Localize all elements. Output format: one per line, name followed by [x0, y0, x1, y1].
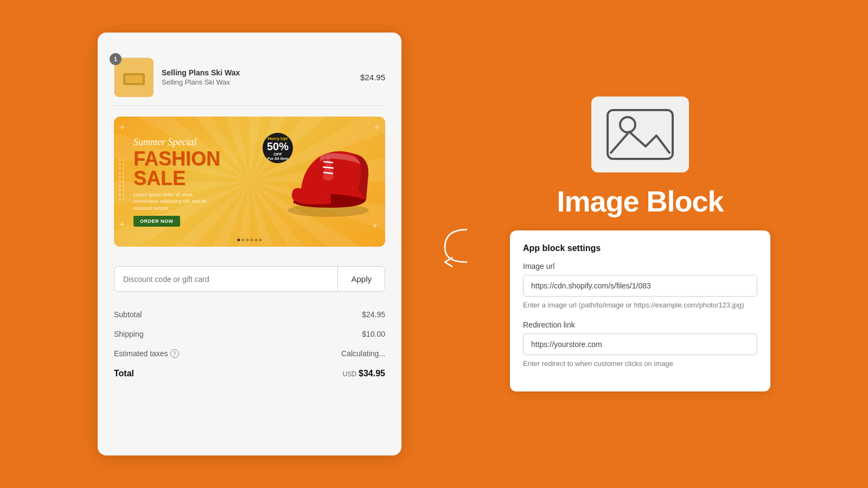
- svg-rect-19: [123, 185, 124, 187]
- product-quantity-badge: 1: [110, 53, 122, 65]
- cart-panel: 1 Selling Plans Ski Wax Selling Plans Sk…: [98, 33, 401, 455]
- subtotal-value: $24.95: [362, 310, 385, 319]
- taxes-value: Calculating...: [341, 349, 385, 358]
- main-container: 1 Selling Plans Ski Wax Selling Plans Sk…: [0, 0, 868, 488]
- redirect-input[interactable]: [523, 333, 757, 355]
- svg-rect-6: [119, 172, 120, 174]
- settings-panel: App block settings Image url Enter a ima…: [510, 230, 770, 391]
- svg-rect-11: [119, 194, 120, 196]
- shipping-value: $10.00: [362, 330, 385, 338]
- taxes-info-icon[interactable]: ?: [170, 349, 179, 358]
- svg-rect-12: [119, 198, 120, 200]
- discount-badge: Hurry Up! 50% OFF For All Item: [263, 133, 293, 163]
- svg-rect-7: [119, 176, 120, 178]
- image-block-icon-wrap: [591, 97, 689, 172]
- product-price: $24.95: [360, 73, 385, 82]
- discount-number: 50%: [267, 141, 289, 152]
- svg-rect-20: [123, 189, 124, 191]
- svg-rect-4: [119, 163, 120, 165]
- banner-summer-text: Summer Special: [133, 137, 282, 148]
- product-thumb-wrap: 1: [114, 57, 153, 97]
- discount-section: Apply: [114, 266, 385, 292]
- banner-plus-tr: +: [374, 122, 380, 133]
- total-label: Total: [114, 369, 134, 378]
- banner-shoe-graphic: [282, 140, 374, 223]
- product-row: 1 Selling Plans Ski Wax Selling Plans Sk…: [114, 49, 385, 106]
- svg-rect-13: [123, 159, 124, 161]
- product-thumbnail: [114, 57, 153, 97]
- settings-panel-title: App block settings: [523, 243, 757, 253]
- image-placeholder-icon: [605, 107, 675, 162]
- product-name: Selling Plans Ski Wax: [162, 68, 352, 77]
- redirect-label: Redirection link: [523, 320, 757, 329]
- svg-rect-5: [119, 168, 120, 170]
- image-block-title: Image Block: [557, 185, 723, 217]
- banner-fashion-text: FASHION: [133, 149, 282, 169]
- banner-dot-6[interactable]: [259, 239, 262, 241]
- svg-rect-2: [125, 75, 143, 83]
- discount-sub-label: For All Item: [267, 157, 288, 160]
- banner-pagination-dots: [238, 239, 262, 241]
- shipping-label: Shipping: [114, 330, 144, 338]
- banner-inner: + + + + Summer Special FASHION SALE Lore…: [114, 117, 385, 247]
- discount-off-label: OFF: [273, 152, 282, 157]
- taxes-row: Estimated taxes ? Calculating...: [114, 344, 385, 363]
- svg-rect-16: [123, 172, 124, 174]
- banner-dot-2[interactable]: [242, 239, 245, 241]
- order-summary: Subtotal $24.95 Shipping $10.00 Estimate…: [114, 300, 385, 384]
- svg-rect-27: [608, 110, 673, 159]
- banner-order-btn[interactable]: ORDER NOW: [133, 216, 180, 227]
- image-url-hint: Enter a image url (path/to/image or http…: [523, 300, 757, 311]
- arrow-connector: [434, 211, 477, 277]
- product-info: Selling Plans Ski Wax Selling Plans Ski …: [162, 68, 352, 86]
- svg-rect-10: [119, 189, 120, 191]
- svg-rect-8: [119, 181, 120, 183]
- banner-sale-text: SALE: [133, 169, 282, 188]
- banner-text-side: Summer Special FASHION SALE Lorem ipsum …: [125, 137, 282, 227]
- redirect-hint: Enter redirect to when customer clicks o…: [523, 358, 757, 369]
- banner-body-text: Lorem ipsum dolor sit amet, consectetur …: [133, 191, 220, 212]
- image-url-input[interactable]: [523, 275, 757, 297]
- subtotal-row: Subtotal $24.95: [114, 305, 385, 324]
- banner-plus-bl: +: [119, 219, 125, 230]
- total-row: Total USD$34.95: [114, 363, 385, 384]
- svg-rect-21: [123, 194, 124, 196]
- shoe-svg: [282, 140, 374, 221]
- arrow-svg: [434, 211, 477, 277]
- svg-rect-18: [123, 181, 124, 183]
- shipping-row: Shipping $10.00: [114, 324, 385, 344]
- product-subtitle: Selling Plans Ski Wax: [162, 78, 352, 86]
- svg-rect-17: [123, 176, 124, 178]
- banner-dot-5[interactable]: [255, 239, 258, 241]
- discount-input[interactable]: [114, 267, 337, 291]
- image-url-label: Image url: [523, 262, 757, 271]
- taxes-label: Estimated taxes ?: [114, 349, 179, 358]
- product-image-svg: [114, 58, 154, 97]
- apply-button[interactable]: Apply: [337, 267, 385, 291]
- svg-rect-15: [123, 168, 124, 170]
- banner-dot-1[interactable]: [238, 239, 240, 241]
- svg-rect-14: [123, 163, 124, 165]
- svg-rect-22: [123, 198, 124, 200]
- banner-dot-3[interactable]: [246, 239, 249, 241]
- banner-plus-tl: +: [119, 122, 125, 133]
- total-currency: USD: [343, 370, 356, 378]
- right-panel: Image Block App block settings Image url…: [510, 97, 770, 391]
- subtotal-label: Subtotal: [114, 310, 142, 319]
- svg-rect-3: [119, 159, 120, 161]
- total-value: USD$34.95: [343, 369, 385, 378]
- banner-image-block: + + + + Summer Special FASHION SALE Lore…: [114, 117, 385, 247]
- svg-rect-9: [119, 185, 120, 187]
- banner-dot-4[interactable]: [251, 239, 253, 241]
